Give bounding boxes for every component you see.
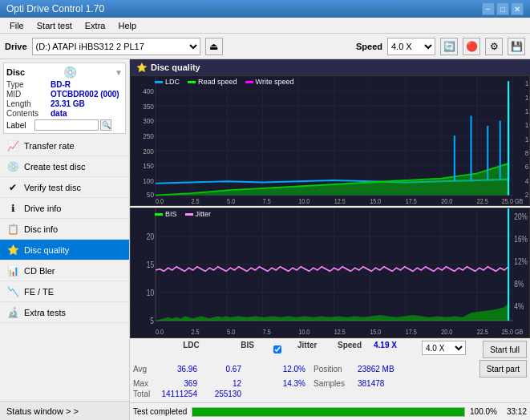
sidebar-item-drive-info-label: Drive info	[24, 204, 61, 213]
disc-quality-icon: ⭐	[6, 244, 19, 256]
disc-type-value: BD-R	[51, 80, 71, 89]
close-button[interactable]: ✕	[511, 2, 524, 15]
position-value: 23862 MB	[358, 365, 414, 374]
max-bis-value: 12	[205, 379, 249, 388]
disc-label-input[interactable]	[34, 119, 99, 131]
disc-length-label: Length	[6, 99, 51, 108]
disc-label-row: Label 🔍	[6, 119, 123, 131]
status-time: 33:12	[507, 407, 527, 416]
svg-text:8%: 8%	[514, 279, 524, 289]
speed-select[interactable]: 4.0 X	[387, 38, 435, 55]
samples-header: Samples	[314, 379, 358, 388]
sidebar-item-disc-info-label: Disc info	[24, 224, 58, 234]
minimize-button[interactable]: −	[482, 2, 495, 15]
svg-text:7.5: 7.5	[263, 197, 272, 205]
svg-text:20.0: 20.0	[441, 197, 453, 205]
drive-label: Drive	[5, 42, 27, 51]
disc-panel-header: Disc 💿 ▼	[6, 66, 123, 79]
sidebar-item-verify-test-disc[interactable]: ✔ Verify test disc	[0, 177, 129, 198]
sidebar-item-transfer-rate[interactable]: 📈 Transfer rate	[0, 135, 129, 156]
ldc-chart-legend: LDC Read speed Write speed	[155, 78, 293, 86]
refresh-button[interactable]: 🔄	[440, 38, 458, 55]
save-button[interactable]: 💾	[508, 38, 525, 55]
eject-button[interactable]: ⏏	[205, 38, 223, 55]
svg-text:14X: 14X	[525, 107, 529, 115]
menu-start-test[interactable]: Start test	[30, 19, 79, 32]
svg-text:10X: 10X	[525, 135, 529, 143]
x-speed-select[interactable]: 4.0 X	[422, 341, 466, 355]
status-window-button[interactable]: Status window > >	[0, 401, 129, 420]
stats-max-row: Max 369 12 14.3% Samples 381478	[133, 378, 527, 389]
ldc-legend-color	[155, 81, 163, 83]
sidebar-item-create-test-disc-label: Create test disc	[24, 162, 85, 172]
disc-type-row: Type BD-R	[6, 80, 123, 89]
svg-text:2.5: 2.5	[192, 197, 200, 205]
sidebar-item-fe-te[interactable]: 📉 FE / TE	[0, 281, 129, 302]
disc-type-label: Type	[6, 80, 51, 89]
svg-text:2X: 2X	[525, 190, 529, 199]
svg-text:150: 150	[143, 161, 154, 170]
svg-text:12.5: 12.5	[334, 327, 346, 336]
svg-text:16%: 16%	[514, 234, 528, 244]
jitter-checkbox[interactable]	[273, 345, 281, 353]
toolbar: Drive (D:) ATAPI iHBS312 2 PL17 ⏏ Speed …	[0, 34, 530, 59]
svg-text:100: 100	[143, 176, 154, 185]
disc-length-value: 23.31 GB	[51, 99, 85, 108]
stats-empty-header	[133, 341, 161, 358]
speed-label: Speed	[356, 42, 382, 51]
drive-info-icon: ℹ	[6, 203, 19, 214]
svg-text:4%: 4%	[514, 301, 524, 312]
stats-panel: LDC BIS Jitter Speed 4.19 X 4.0 X Start …	[130, 338, 530, 402]
drive-select[interactable]: (D:) ATAPI iHBS312 2 PL17	[32, 38, 200, 55]
sidebar-item-fe-te-label: FE / TE	[24, 287, 54, 297]
svg-text:16X: 16X	[525, 93, 529, 102]
disc-label-button[interactable]: 🔍	[100, 119, 111, 131]
sidebar-item-transfer-rate-label: Transfer rate	[24, 141, 75, 151]
sidebar-item-cd-bler-label: CD Bler	[24, 266, 55, 276]
maximize-button[interactable]: □	[496, 2, 509, 15]
settings-button[interactable]: ⚙	[485, 38, 503, 55]
svg-text:4X: 4X	[525, 176, 529, 185]
avg-bis-value: 0.67	[205, 365, 249, 374]
progress-bar-fill	[192, 408, 464, 416]
bis-chart: BIS Jitter	[130, 208, 530, 338]
sidebar-item-verify-test-disc-label: Verify test disc	[24, 183, 81, 192]
start-part-button[interactable]: Start part	[479, 360, 527, 378]
main-layout: Disc 💿 ▼ Type BD-R MID OTCBDR002 (000) L…	[0, 59, 530, 420]
stats-headers: LDC BIS Jitter Speed 4.19 X 4.0 X Start …	[133, 340, 527, 359]
svg-text:17.5: 17.5	[406, 197, 418, 205]
avg-ldc-value: 36.96	[161, 365, 205, 374]
total-label: Total	[133, 390, 161, 398]
svg-text:22.5: 22.5	[477, 197, 489, 205]
bis-chart-svg: 20 15 10 5 20% 16% 12% 8% 4% 0.0 2.5 5.0…	[131, 208, 529, 337]
ldc-chart-svg: 400 350 300 250 200 150 100 50 18X 16X 1…	[131, 76, 529, 205]
menu-help[interactable]: Help	[111, 19, 143, 32]
speed-header: Speed	[338, 341, 374, 358]
menu-bar: File Start test Extra Help	[0, 18, 530, 34]
app-title: Opti Drive Control 1.70	[6, 3, 104, 14]
svg-text:6X: 6X	[525, 163, 529, 172]
sidebar-item-disc-quality[interactable]: ⭐ Disc quality	[0, 240, 129, 260]
extra-tests-icon: 🔬	[6, 307, 19, 318]
menu-extra[interactable]: Extra	[79, 19, 112, 32]
progress-bar	[192, 407, 465, 417]
speed-avg-value: 4.19 X	[374, 341, 422, 358]
sidebar-item-cd-bler[interactable]: 📊 CD Bler	[0, 260, 129, 281]
sidebar-item-disc-info[interactable]: 📋 Disc info	[0, 219, 129, 240]
menu-file[interactable]: File	[3, 19, 30, 32]
start-full-button[interactable]: Start full	[483, 341, 527, 358]
disc-icon2: ▼	[115, 68, 123, 77]
ldc-legend-item: LDC	[155, 78, 180, 86]
sidebar-item-create-test-disc[interactable]: 💿 Create test disc	[0, 156, 129, 177]
sidebar-item-drive-info[interactable]: ℹ Drive info	[0, 198, 129, 219]
sidebar-item-disc-quality-label: Disc quality	[24, 245, 69, 255]
burn-button[interactable]: 🔴	[463, 38, 480, 55]
sidebar-item-extra-tests[interactable]: 🔬 Extra tests	[0, 302, 129, 323]
disc-panel-title: Disc	[6, 67, 25, 77]
svg-text:5.0: 5.0	[227, 197, 236, 205]
svg-text:8X: 8X	[525, 148, 529, 157]
create-test-disc-icon: 💿	[6, 161, 19, 172]
svg-text:300: 300	[143, 117, 154, 126]
bis-legend-label: BIS	[165, 210, 177, 218]
disc-mid-label: MID	[6, 90, 51, 99]
